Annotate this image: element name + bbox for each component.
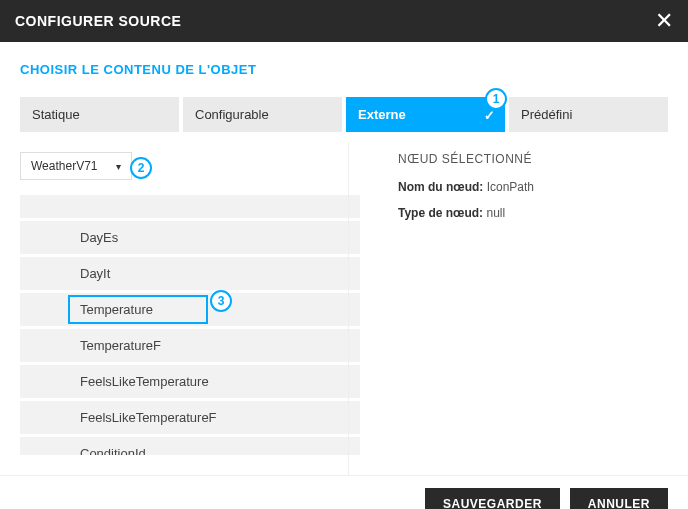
close-icon[interactable]: ✕ <box>655 10 673 32</box>
node-name-row: Nom du nœud: IconPath <box>398 180 668 194</box>
tree-item-label: DayIt <box>80 266 110 281</box>
dialog-header: CONFIGURER SOURCE ✕ <box>0 0 688 42</box>
tab-predefined[interactable]: Prédéfini <box>509 97 668 132</box>
tree-item-label: FeelsLikeTemperature <box>80 374 209 389</box>
tree-item-label: FeelsLikeTemperatureF <box>80 410 217 425</box>
tree-item-label: Temperature <box>80 302 153 317</box>
chevron-down-icon: ▾ <box>116 161 121 172</box>
tree-item[interactable]: DayIt <box>20 257 360 291</box>
detail-panel: NŒUD SÉLECTIONNÉ Nom du nœud: IconPath T… <box>388 152 668 455</box>
tree-item[interactable] <box>20 195 360 219</box>
tree-item-label: ConditionId <box>80 446 146 455</box>
tab-label: Configurable <box>195 107 269 122</box>
datasource-dropdown[interactable]: WeatherV71 ▾ <box>20 152 132 180</box>
callout-badge: 1 <box>485 88 507 110</box>
node-name-value: IconPath <box>487 180 534 194</box>
detail-heading: NŒUD SÉLECTIONNÉ <box>398 152 668 166</box>
node-type-label: Type de nœud: <box>398 206 483 220</box>
tree-item-label: DayEs <box>80 230 118 245</box>
dropdown-selected: WeatherV71 <box>31 159 98 173</box>
tab-static[interactable]: Statique <box>20 97 179 132</box>
node-type-value: null <box>486 206 505 220</box>
cancel-button[interactable]: ANNULER <box>570 488 668 509</box>
tree-item-label: TemperatureF <box>80 338 161 353</box>
node-tree[interactable]: DayEs DayIt Temperature TemperatureF Fee… <box>20 195 368 455</box>
tree-item[interactable]: ConditionId <box>20 437 360 455</box>
tab-label: Statique <box>32 107 80 122</box>
source-tabs: Statique Configurable Externe ✓ Prédéfin… <box>20 97 668 132</box>
left-panel: WeatherV71 ▾ DayEs DayIt Temperature Tem… <box>20 152 368 455</box>
tab-label: Externe <box>358 107 406 122</box>
tab-configurable[interactable]: Configurable <box>183 97 342 132</box>
save-button[interactable]: SAUVEGARDER <box>425 488 560 509</box>
tab-external[interactable]: Externe ✓ <box>346 97 505 132</box>
vertical-divider <box>348 142 349 475</box>
tree-item[interactable]: TemperatureF <box>20 329 360 363</box>
section-title: CHOISIR LE CONTENU DE L'OBJET <box>20 62 668 77</box>
tree-item[interactable]: FeelsLikeTemperature <box>20 365 360 399</box>
tab-label: Prédéfini <box>521 107 572 122</box>
node-type-row: Type de nœud: null <box>398 206 668 220</box>
dialog-content: CHOISIR LE CONTENU DE L'OBJET Statique C… <box>0 42 688 475</box>
tree-item[interactable]: FeelsLikeTemperatureF <box>20 401 360 435</box>
node-name-label: Nom du nœud: <box>398 180 483 194</box>
tree-item-selected[interactable]: Temperature <box>20 293 360 327</box>
callout-badge: 3 <box>210 290 232 312</box>
callout-badge: 2 <box>130 157 152 179</box>
dialog-title: CONFIGURER SOURCE <box>15 13 181 29</box>
dialog-footer: SAUVEGARDER ANNULER <box>0 475 688 509</box>
tree-item[interactable]: DayEs <box>20 221 360 255</box>
